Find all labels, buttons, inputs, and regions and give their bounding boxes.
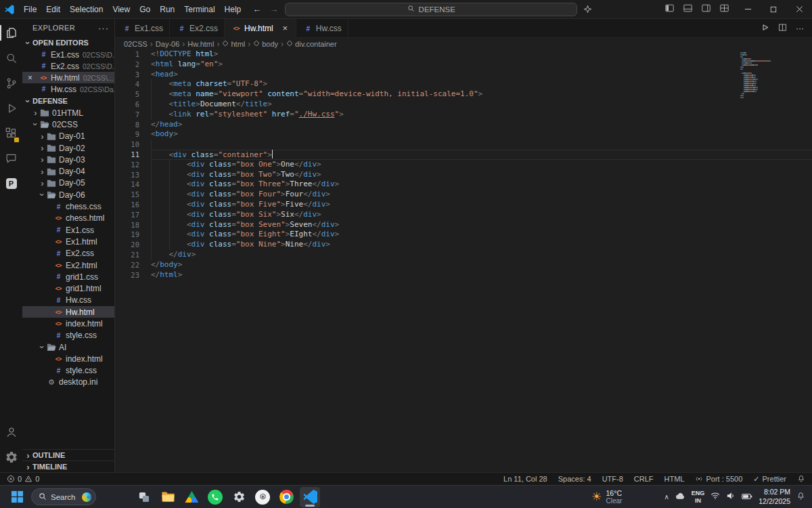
chat-icon[interactable] [0,146,22,171]
command-center-search[interactable]: DEFENSE [285,3,577,16]
file-hw.html[interactable]: <>Hw.html [22,306,114,318]
taskbar-search[interactable]: Search [31,488,96,505]
folder-day-05[interactable]: ›Day-05 [22,177,114,189]
file-style.css[interactable]: #style.css [22,365,114,377]
folder-day-01[interactable]: ›Day-01 [22,131,114,142]
open-editor-hw.html[interactable]: ×<>Hw.html02CSS\... [22,72,114,83]
breadcrumb-hw.html[interactable]: Hw.html [187,40,214,48]
file-ex1.css[interactable]: #Ex1.css [22,224,114,236]
eol-sequence[interactable]: CRLF [634,475,654,483]
maximize-button[interactable] [761,0,786,19]
language-indicator[interactable]: ENG IN [692,490,705,504]
file-ex2.html[interactable]: <>Ex2.html [22,259,114,271]
outline-section[interactable]: ›OUTLINE [22,449,114,461]
code-line-3[interactable]: 3<head> [115,70,812,80]
cursor-position[interactable]: Ln 11, Col 28 [503,475,547,483]
code-line-22[interactable]: 22</body> [115,260,812,270]
code-line-11[interactable]: 11 <div class="container"> [115,150,812,160]
weather-widget[interactable]: ☀ 16°C Clear [591,489,622,505]
code-line-12[interactable]: 12 <div class="box One">One</div> [115,160,812,170]
file-grid1.html[interactable]: <>grid1.html [22,282,114,294]
code-line-17[interactable]: 17 <div class="box Six">Six</div> [115,210,812,220]
menu-go[interactable]: Go [135,0,155,19]
code-line-7[interactable]: 7 <link rel="stylesheet" href="./Hw.css"… [115,110,812,120]
customize-layout-icon[interactable] [719,3,729,15]
breadcrumb-02css[interactable]: 02CSS [124,40,148,48]
code-line-9[interactable]: 9<body> [115,129,812,140]
whatsapp-icon[interactable] [205,487,225,507]
code-line-1[interactable]: 1<!DOCTYPE html> [115,49,812,60]
drive-icon[interactable] [181,487,202,507]
p-ext-icon[interactable]: P [0,171,22,196]
back-arrow-icon[interactable]: ← [252,4,261,14]
folder-02css[interactable]: ›02CSS [22,119,114,130]
minimap[interactable] [740,51,803,98]
folder-day-02[interactable]: ›Day-02 [22,142,114,154]
clock[interactable]: 8:02 PM 12/2/2025 [759,488,790,505]
task-view-icon[interactable] [134,487,154,507]
battery-icon[interactable] [742,492,752,502]
menu-selection[interactable]: Selection [65,0,108,19]
code-line-18[interactable]: 18 <div class="box Seven">Seven</div> [115,220,812,230]
code-line-23[interactable]: 23</html> [115,270,812,280]
breadcrumb-div.container[interactable]: div.container [286,40,337,48]
file-hw.css[interactable]: #Hw.css [22,295,114,306]
open-editor-ex2.css[interactable]: #Ex2.css02CSS\D... [22,60,114,72]
close-icon[interactable]: × [281,23,290,33]
code-line-5[interactable]: 5 <meta name="viewport" content="width=d… [115,89,812,100]
run-preview-icon[interactable] [761,23,769,34]
vscode-icon[interactable] [300,487,320,507]
breadcrumb-html[interactable]: html [222,40,245,48]
extensions-icon[interactable] [0,121,22,146]
menu-help[interactable]: Help [220,0,246,19]
file-index.html[interactable]: <>index.html [22,318,114,329]
formatter-status[interactable]: ✓ Prettier [753,475,786,484]
file-index.html[interactable]: <>index.html [22,353,114,364]
split-editor-icon[interactable] [778,23,787,34]
notifications-bell[interactable] [797,475,805,483]
tab-ex1.css[interactable]: #Ex1.css [115,19,170,38]
breadcrumb-day-06[interactable]: Day-06 [156,40,179,48]
files-icon[interactable] [0,20,22,45]
more-actions-icon[interactable]: ··· [98,23,109,33]
toggle-secondary-sidebar-icon[interactable] [701,3,711,15]
menu-edit[interactable]: Edit [41,0,65,19]
editor-more-actions-icon[interactable]: ··· [796,24,804,33]
code-editor[interactable]: 1<!DOCTYPE html>2<html lang="en">3<head>… [115,49,812,472]
folder-ai[interactable]: ›AI [22,341,114,353]
code-line-13[interactable]: 13 <div class="box Two">Two</div> [115,170,812,180]
close-button[interactable] [786,0,812,19]
indentation[interactable]: Spaces: 4 [558,475,591,483]
folder-day-03[interactable]: ›Day-03 [22,154,114,165]
encoding[interactable]: UTF-8 [602,475,623,483]
language-mode[interactable]: HTML [664,475,685,483]
code-line-16[interactable]: 16 <div class="box Five">Five</div> [115,200,812,210]
menu-view[interactable]: View [108,0,135,19]
code-line-21[interactable]: 21 </div> [115,250,812,260]
notification-bell-icon[interactable] [796,492,805,503]
file-ex2.css[interactable]: #Ex2.css [22,248,114,259]
source-control-icon[interactable] [0,70,22,96]
breadcrumb-body[interactable]: body [253,40,278,48]
open-editors-header[interactable]: › OPEN EDITORS [22,37,114,49]
account-icon[interactable] [0,419,22,444]
minimize-button[interactable] [735,0,761,19]
forward-arrow-icon[interactable]: → [269,4,278,14]
tab-hw.css[interactable]: #Hw.css [296,19,348,38]
file-chess.html[interactable]: <>chess.html [22,213,114,224]
root-folder-header[interactable]: › DEFENSE [22,95,114,107]
volume-icon[interactable] [726,492,736,502]
start-button[interactable] [7,487,27,507]
file-grid1.css[interactable]: #grid1.css [22,271,114,282]
code-line-6[interactable]: 6 <title>Document</title> [115,100,812,110]
open-editor-hw.css[interactable]: #Hw.css02CSS\Da... [22,83,114,95]
wifi-icon[interactable] [710,492,720,502]
folder-01html[interactable]: ›01HTML [22,107,114,119]
menu-terminal[interactable]: Terminal [179,0,219,19]
toggle-sidebar-icon[interactable] [664,3,675,15]
code-line-15[interactable]: 15 <div class="box Four">Four</div> [115,190,812,200]
copilot-icon[interactable] [583,5,592,14]
code-line-19[interactable]: 19 <div class="box Eight">EIght</div> [115,230,812,240]
code-line-14[interactable]: 14 <div class="box Three">Three</div> [115,179,812,190]
tab-hw.html[interactable]: <>Hw.html× [225,19,296,38]
